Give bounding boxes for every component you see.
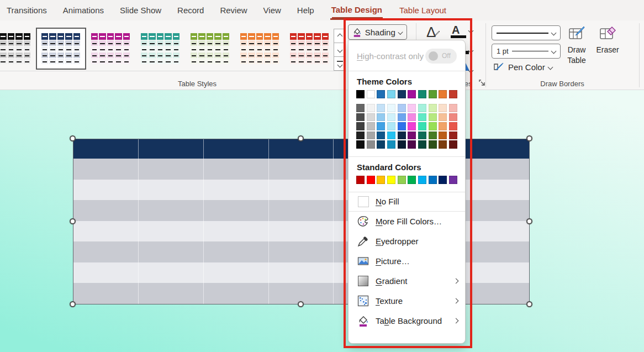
selection-handle[interactable] xyxy=(526,218,532,224)
theme-color-swatch[interactable] xyxy=(377,90,385,98)
theme-variant-swatch[interactable] xyxy=(449,140,457,149)
theme-variant-swatch[interactable] xyxy=(356,132,365,140)
standard-color-swatch[interactable] xyxy=(429,176,437,184)
menu-item-no-fill[interactable]: No Fill xyxy=(349,192,465,211)
text-fill-icon[interactable]: A xyxy=(452,24,460,36)
theme-variant-swatch[interactable] xyxy=(367,104,375,112)
theme-color-swatch[interactable] xyxy=(356,90,365,98)
table-style-thumbnail-magenta[interactable] xyxy=(91,33,130,64)
theme-variant-swatch[interactable] xyxy=(408,113,416,122)
selection-handle[interactable] xyxy=(70,301,76,307)
theme-variant-swatch[interactable] xyxy=(449,122,457,130)
table-style-thumbnail-red[interactable] xyxy=(290,33,329,64)
table-style-thumbnail-dark-blue[interactable] xyxy=(41,33,80,64)
text-outline-icon[interactable]: Δ xyxy=(426,24,440,41)
menu-item-animations[interactable]: Animations xyxy=(63,6,104,15)
theme-variant-swatch[interactable] xyxy=(387,113,395,122)
menu-item-help[interactable]: Help xyxy=(297,6,314,15)
theme-variant-swatch[interactable] xyxy=(387,140,395,149)
theme-variant-swatch[interactable] xyxy=(398,104,406,112)
menu-item-slide-show[interactable]: Slide Show xyxy=(120,6,161,15)
theme-variant-swatch[interactable] xyxy=(408,122,416,130)
menu-item-texture[interactable]: Texture xyxy=(349,291,465,311)
theme-color-swatch[interactable] xyxy=(367,90,375,98)
pen-style-combobox[interactable] xyxy=(492,25,561,40)
theme-variant-swatch[interactable] xyxy=(449,104,457,112)
theme-variant-swatch[interactable] xyxy=(418,113,426,122)
theme-variant-swatch[interactable] xyxy=(356,140,365,149)
eraser-button[interactable]: Eraser xyxy=(592,25,623,55)
menu-item-record[interactable]: Record xyxy=(177,6,204,15)
theme-variant-swatch[interactable] xyxy=(439,122,447,130)
table-style-thumbnail-orange[interactable] xyxy=(240,33,279,64)
gallery-more-button[interactable] xyxy=(334,56,346,71)
standard-color-swatch[interactable] xyxy=(418,176,426,184)
standard-color-swatch[interactable] xyxy=(449,176,457,184)
standard-color-swatch[interactable] xyxy=(408,176,416,184)
theme-variant-swatch[interactable] xyxy=(367,113,375,122)
theme-variant-swatch[interactable] xyxy=(398,132,406,140)
theme-color-swatch[interactable] xyxy=(408,90,416,98)
dialog-launcher-icon[interactable] xyxy=(478,79,486,89)
menu-item-eyedropper[interactable]: Eyedropper xyxy=(349,232,465,251)
theme-variant-swatch[interactable] xyxy=(356,113,365,122)
theme-variant-swatch[interactable] xyxy=(387,132,395,140)
theme-variant-swatch[interactable] xyxy=(387,104,395,112)
menu-item-gradient[interactable]: Gradient xyxy=(349,271,465,291)
theme-color-swatch[interactable] xyxy=(398,90,406,98)
standard-color-swatch[interactable] xyxy=(439,176,447,184)
standard-color-swatch[interactable] xyxy=(356,176,365,184)
menu-item-table-background[interactable]: Table Background xyxy=(349,311,465,331)
theme-variant-swatch[interactable] xyxy=(356,122,365,130)
theme-variant-swatch[interactable] xyxy=(429,113,437,122)
tab-table-layout[interactable]: Table Layout xyxy=(399,6,446,15)
menu-item-more-fill-colors[interactable]: More Fill Colors… xyxy=(349,212,465,232)
table-style-thumbnail-black[interactable] xyxy=(0,33,30,64)
theme-variant-swatch[interactable] xyxy=(377,104,385,112)
theme-variant-swatch[interactable] xyxy=(429,140,437,149)
theme-variant-swatch[interactable] xyxy=(418,140,426,149)
selection-handle[interactable] xyxy=(70,218,76,224)
chevron-down-icon[interactable] xyxy=(468,28,474,34)
theme-variant-swatch[interactable] xyxy=(377,113,385,122)
theme-color-swatch[interactable] xyxy=(418,90,426,98)
theme-variant-swatch[interactable] xyxy=(449,132,457,140)
standard-color-swatch[interactable] xyxy=(367,176,375,184)
theme-variant-swatch[interactable] xyxy=(418,104,426,112)
selection-handle[interactable] xyxy=(526,301,532,307)
theme-variant-swatch[interactable] xyxy=(377,122,385,130)
theme-variant-swatch[interactable] xyxy=(377,132,385,140)
theme-color-swatch[interactable] xyxy=(449,90,457,98)
chevron-down-icon[interactable] xyxy=(468,48,474,54)
theme-variant-swatch[interactable] xyxy=(429,122,437,130)
pen-color-button[interactable]: Pen Color xyxy=(493,62,552,72)
menu-item-picture[interactable]: Picture… xyxy=(349,251,465,271)
theme-variant-swatch[interactable] xyxy=(367,122,375,130)
high-contrast-toggle[interactable]: Off xyxy=(425,49,457,64)
standard-color-swatch[interactable] xyxy=(398,176,406,184)
theme-variant-swatch[interactable] xyxy=(377,140,385,149)
selection-handle[interactable] xyxy=(298,301,304,307)
standard-color-swatch[interactable] xyxy=(387,176,395,184)
gallery-scroll-down-button[interactable] xyxy=(334,43,346,57)
draw-table-button[interactable]: Draw Table xyxy=(561,25,592,66)
theme-variant-swatch[interactable] xyxy=(387,122,395,130)
theme-variant-swatch[interactable] xyxy=(408,104,416,112)
menu-item-review[interactable]: Review xyxy=(220,6,247,15)
theme-color-swatch[interactable] xyxy=(439,90,447,98)
theme-variant-swatch[interactable] xyxy=(408,132,416,140)
theme-variant-swatch[interactable] xyxy=(439,113,447,122)
menu-item-transitions[interactable]: Transitions xyxy=(7,6,47,15)
gallery-scroll-up-button[interactable] xyxy=(334,29,346,43)
theme-variant-swatch[interactable] xyxy=(449,113,457,122)
chevron-down-icon[interactable] xyxy=(468,68,474,73)
selection-handle[interactable] xyxy=(298,135,304,141)
theme-variant-swatch[interactable] xyxy=(439,104,447,112)
shading-button[interactable]: Shading xyxy=(348,24,407,40)
theme-variant-swatch[interactable] xyxy=(367,140,375,149)
theme-variant-swatch[interactable] xyxy=(398,113,406,122)
theme-color-swatch[interactable] xyxy=(429,90,437,98)
table-style-thumbnail-green[interactable] xyxy=(191,33,229,64)
theme-color-swatch[interactable] xyxy=(387,90,395,98)
theme-variant-swatch[interactable] xyxy=(429,104,437,112)
